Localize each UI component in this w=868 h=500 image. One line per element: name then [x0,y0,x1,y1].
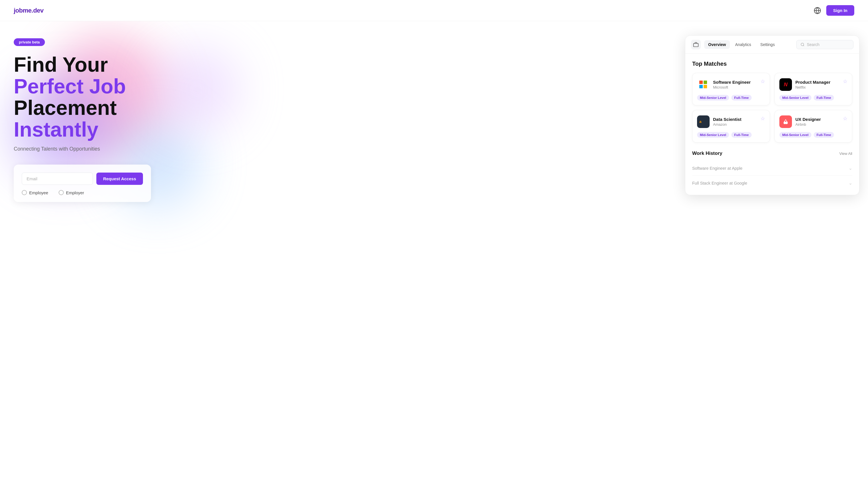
company-name-amazon: Amazon [713,122,741,127]
tag-level-amazon: Mid-Senior Level [697,132,729,138]
hero-title-line2: Perfect Job [14,75,126,98]
app-panel-wrapper: Overview Analytics Settings Search Top M… [685,21,868,500]
hero-section: private beta Find Your Perfect Job Place… [0,21,685,500]
work-item-apple-title: Software Engineer at Apple [692,166,743,171]
tag-type-amazon: Full-Time [731,132,752,138]
sign-in-button[interactable]: Sign In [826,5,854,16]
job-title-netflix: Product Manager [795,80,831,84]
star-icon-airbnb[interactable]: ☆ [843,115,847,122]
search-icon [801,43,804,47]
tag-level-airbnb: Mid-Senior Level [779,132,811,138]
request-access-button[interactable]: Request Access [96,173,143,185]
search-placeholder-text: Search [807,42,820,47]
app-body: Top Matches [685,54,859,195]
access-form-row: Request Access [22,173,143,185]
svg-text:a: a [699,120,702,124]
radio-employer-circle[interactable] [59,190,64,195]
navbar-right: Sign In [814,5,854,16]
job-text-netflix: Product Manager Netflix [795,80,831,89]
tag-level-microsoft: Mid-Senior Level [697,95,729,101]
job-info-microsoft: Software Engineer Microsoft [697,78,751,91]
email-input[interactable] [22,173,93,185]
job-card-amazon: a Data Scientist Amazon ☆ [692,110,770,143]
job-tags-amazon: Mid-Senior Level Full-Time [697,132,765,138]
job-tags-airbnb: Mid-Senior Level Full-Time [779,132,847,138]
company-name-netflix: Netflix [795,85,831,89]
private-beta-badge: private beta [14,38,45,46]
job-card-netflix: N Product Manager Netflix ☆ Mid-Senior L… [775,73,852,105]
job-card-header-amazon: a Data Scientist Amazon ☆ [697,115,765,128]
top-matches-title: Top Matches [692,60,852,67]
navbar: jobme.dev Sign In [0,0,868,21]
job-info-netflix: N Product Manager Netflix [779,78,831,91]
main-content: private beta Find Your Perfect Job Place… [0,21,868,500]
tag-type-netflix: Full-Time [814,95,834,101]
amazon-logo: a [697,115,710,128]
app-nav-tabs: Overview Analytics Settings [704,40,779,49]
tag-type-airbnb: Full-Time [814,132,834,138]
hero-title-line4: Instantly [14,118,98,141]
company-name-airbnb: Airbnb [795,122,821,127]
jobs-grid: Software Engineer Microsoft ☆ Mid-Senior… [692,73,852,143]
job-tags-netflix: Mid-Senior Level Full-Time [779,95,847,101]
chevron-down-icon-google: ⌄ [848,180,852,186]
hero-title-line1: Find Your [14,53,108,76]
tab-settings[interactable]: Settings [756,40,779,49]
tab-analytics[interactable]: Analytics [731,40,755,49]
job-info-airbnb: UX Designer Airbnb [779,115,821,128]
radio-employee-text: Employee [29,190,48,195]
job-card-header-netflix: N Product Manager Netflix ☆ [779,78,847,91]
app-panel: Overview Analytics Settings Search Top M… [685,35,859,195]
site-logo[interactable]: jobme.dev [14,7,43,14]
radio-employee-circle[interactable] [22,190,27,195]
star-icon-microsoft[interactable]: ☆ [760,78,765,84]
work-history-title: Work History [692,150,723,156]
app-topbar-icon [691,40,701,49]
briefcase-icon [693,42,699,47]
tag-type-microsoft: Full-Time [731,95,752,101]
job-text-amazon: Data Scientist Amazon [713,117,741,127]
work-item-google-title: Full Stack Engineer at Google [692,181,747,185]
job-text-microsoft: Software Engineer Microsoft [713,80,751,89]
svg-rect-2 [693,43,699,47]
job-card-airbnb: UX Designer Airbnb ☆ Mid-Senior Level Fu… [775,110,852,143]
work-history-item-google[interactable]: Full Stack Engineer at Google ⌄ [692,176,852,190]
hero-subtitle: Connecting Talents with Opportunities [14,146,671,152]
job-card-header-microsoft: Software Engineer Microsoft ☆ [697,78,765,91]
star-icon-netflix[interactable]: ☆ [843,78,847,84]
hero-title: Find Your Perfect Job Placement Instantl… [14,54,671,140]
svg-line-5 [803,45,804,46]
app-search-box[interactable]: Search [796,40,854,49]
company-name-microsoft: Microsoft [713,85,751,89]
job-title-microsoft: Software Engineer [713,80,751,84]
job-tags-microsoft: Mid-Senior Level Full-Time [697,95,765,101]
svg-point-4 [801,43,804,46]
hero-content: private beta Find Your Perfect Job Place… [14,38,671,202]
radio-employer-text: Employer [66,190,84,195]
view-all-link[interactable]: View All [839,151,852,156]
airbnb-logo [779,115,792,128]
radio-row: Employee Employer [22,190,143,195]
radio-employee-label[interactable]: Employee [22,190,48,195]
radio-employer-label[interactable]: Employer [59,190,84,195]
tag-level-netflix: Mid-Senior Level [779,95,811,101]
app-topbar: Overview Analytics Settings Search [685,36,859,54]
netflix-logo: N [779,78,792,91]
star-icon-amazon[interactable]: ☆ [760,115,765,122]
chevron-down-icon-apple: ⌄ [848,166,852,171]
job-card-microsoft: Software Engineer Microsoft ☆ Mid-Senior… [692,73,770,105]
job-text-airbnb: UX Designer Airbnb [795,117,821,127]
microsoft-logo [697,78,710,91]
work-history-item-apple[interactable]: Software Engineer at Apple ⌄ [692,161,852,176]
tab-overview[interactable]: Overview [704,40,730,49]
globe-icon[interactable] [814,7,821,14]
job-title-amazon: Data Scientist [713,117,741,122]
job-card-header-airbnb: UX Designer Airbnb ☆ [779,115,847,128]
access-form: Request Access Employee Employer [14,164,151,202]
svg-point-7 [785,120,786,122]
hero-title-line3: Placement [14,96,116,119]
job-info-amazon: a Data Scientist Amazon [697,115,741,128]
work-history-header: Work History View All [692,150,852,156]
job-title-airbnb: UX Designer [795,117,821,122]
